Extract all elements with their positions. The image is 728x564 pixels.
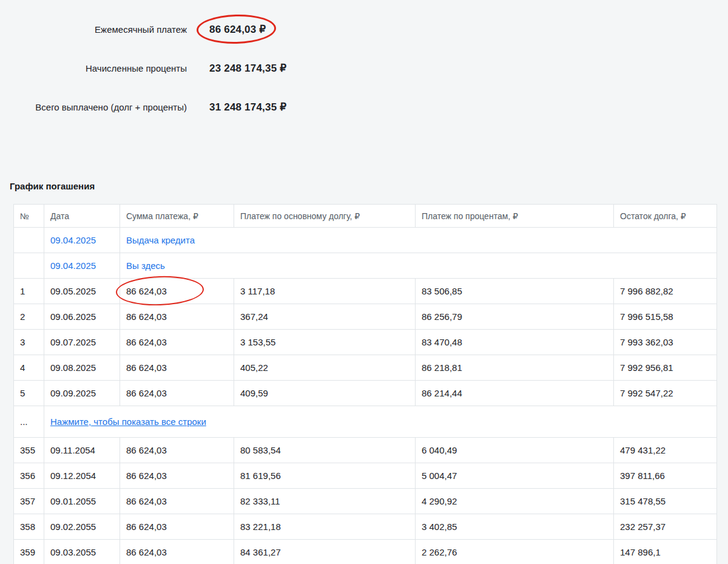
special-label-cell: Вы здесь <box>120 253 717 279</box>
row-interest: 86 256,79 <box>416 304 614 330</box>
row-number: 3 <box>14 330 44 355</box>
row-balance: 7 993 362,03 <box>614 330 717 355</box>
row-payment: 86 624,03 <box>120 330 234 355</box>
annotated-value-wrap: 86 624,03 <box>126 286 167 296</box>
row-number: 358 <box>14 514 44 540</box>
date-link[interactable]: 09.04.2025 <box>50 235 96 245</box>
summary-label-monthly-payment: Ежемесячный платеж <box>9 24 187 35</box>
row-principal: 80 583,54 <box>234 438 416 463</box>
row-balance: 397 811,66 <box>614 463 717 489</box>
column-header-interest: Платеж по процентам, ₽ <box>416 205 614 228</box>
schedule-row: 509.09.202586 624,03409,5986 214,447 992… <box>14 381 717 406</box>
row-balance: 7 992 956,81 <box>614 355 717 381</box>
row-date: 09.05.2025 <box>44 279 120 304</box>
row-date: 09.06.2025 <box>44 304 120 330</box>
schedule-title: График погашения <box>10 181 716 191</box>
schedule-body: 09.04.2025Выдача кредита09.04.2025Вы зде… <box>14 228 717 564</box>
row-number: 2 <box>14 304 44 330</box>
date-link[interactable]: 09.04.2025 <box>50 260 96 271</box>
row-date: 09.01.2055 <box>44 489 120 514</box>
row-payment: 86 624,03 <box>120 438 234 463</box>
row-payment: 86 624,03 <box>120 514 234 540</box>
row-interest: 5 004,47 <box>416 463 614 489</box>
row-number: 357 <box>14 489 44 514</box>
column-header-balance: Остаток долга, ₽ <box>614 205 717 228</box>
row-date-cell: 09.04.2025 <box>44 228 120 253</box>
row-number: 1 <box>14 279 44 304</box>
special-label-cell: Выдача кредита <box>120 228 717 253</box>
schedule-row: 409.08.202586 624,03405,2286 218,817 992… <box>14 355 717 381</box>
summary-section: Ежемесячный платеж 86 624,03 ₽ Начисленн… <box>9 10 716 126</box>
row-date-cell: 09.04.2025 <box>44 253 120 279</box>
row-date: 09.11.2054 <box>44 438 120 463</box>
row-payment: 86 624,03 <box>120 540 234 564</box>
annotated-value-wrap: 86 624,03 ₽ <box>209 23 266 36</box>
show-all-rows-link[interactable]: Нажмите, чтобы показать все строки <box>50 416 206 427</box>
row-payment: 86 624,03 <box>120 355 234 381</box>
row-balance: 147 896,1 <box>614 540 717 564</box>
schedule-special-row: 09.04.2025Вы здесь <box>14 253 717 279</box>
summary-value-total-paid: 31 248 174,35 ₽ <box>209 101 286 113</box>
expand-link-cell: Нажмите, чтобы показать все строки <box>44 406 717 438</box>
column-header-number: № <box>14 205 44 228</box>
row-payment: 86 624,03 <box>120 381 234 406</box>
summary-value-accrued-interest: 23 248 174,35 ₽ <box>209 63 286 74</box>
schedule-row: 35809.02.205586 624,0383 221,183 402,852… <box>14 514 717 540</box>
column-header-principal: Платеж по основному долгу, ₽ <box>234 205 416 228</box>
summary-value-accrued-interest-cell: 23 248 174,35 ₽ <box>209 62 716 75</box>
row-date: 09.02.2055 <box>44 514 120 540</box>
row-interest: 83 506,85 <box>416 279 614 304</box>
row-interest: 86 218,81 <box>416 355 614 381</box>
row-date: 09.12.2054 <box>44 463 120 489</box>
row-balance: 315 478,55 <box>614 489 717 514</box>
row-balance: 7 996 515,58 <box>614 304 717 330</box>
row-interest: 83 470,48 <box>416 330 614 355</box>
schedule-row: 35909.03.205586 624,0384 361,272 262,761… <box>14 540 717 564</box>
schedule-row: 35609.12.205486 624,0381 619,565 004,473… <box>14 463 717 489</box>
row-principal: 409,59 <box>234 381 416 406</box>
column-header-date: Дата <box>44 205 120 228</box>
expand-row: ...Нажмите, чтобы показать все строки <box>14 406 717 438</box>
summary-value-monthly-payment-cell: 86 624,03 ₽ <box>209 23 716 36</box>
row-date: 09.07.2025 <box>44 330 120 355</box>
summary-value-monthly-payment: 86 624,03 ₽ <box>209 24 266 35</box>
row-balance: 7 992 547,22 <box>614 381 717 406</box>
schedule-row: 35509.11.205486 624,0380 583,546 040,494… <box>14 438 717 463</box>
row-number: 355 <box>14 438 44 463</box>
schedule-row: 109.05.202586 624,033 117,1883 506,857 9… <box>14 279 717 304</box>
loan-calculator-page: Ежемесячный платеж 86 624,03 ₽ Начисленн… <box>0 0 728 564</box>
row-number: 5 <box>14 381 44 406</box>
row-interest: 6 040,49 <box>416 438 614 463</box>
row-date: 09.03.2055 <box>44 540 120 564</box>
row-balance: 7 996 882,82 <box>614 279 717 304</box>
schedule-table: № Дата Сумма платежа, ₽ Платеж по основн… <box>13 204 717 564</box>
row-number <box>14 228 44 253</box>
row-interest: 2 262,76 <box>416 540 614 564</box>
row-principal: 82 333,11 <box>234 489 416 514</box>
summary-value-total-paid-cell: 31 248 174,35 ₽ <box>209 101 716 114</box>
row-payment: 86 624,03 <box>120 489 234 514</box>
row-balance: 479 431,22 <box>614 438 717 463</box>
schedule-row: 309.07.202586 624,033 153,5583 470,487 9… <box>14 330 717 355</box>
special-label-link[interactable]: Выдача кредита <box>126 235 195 245</box>
row-principal: 81 619,56 <box>234 463 416 489</box>
special-label-link[interactable]: Вы здесь <box>126 260 165 271</box>
summary-label-accrued-interest: Начисленные проценты <box>9 63 187 73</box>
row-principal: 405,22 <box>234 355 416 381</box>
expand-ellipsis: ... <box>14 406 44 438</box>
row-payment: 86 624,03 <box>120 463 234 489</box>
row-number <box>14 253 44 279</box>
row-principal: 3 117,18 <box>234 279 416 304</box>
row-principal: 84 361,27 <box>234 540 416 564</box>
row-interest: 3 402,85 <box>416 514 614 540</box>
row-principal: 367,24 <box>234 304 416 330</box>
row-principal: 83 221,18 <box>234 514 416 540</box>
column-header-payment: Сумма платежа, ₽ <box>120 205 234 228</box>
schedule-row: 35709.01.205586 624,0382 333,114 290,923… <box>14 489 717 514</box>
row-date: 09.08.2025 <box>44 355 120 381</box>
summary-label-total-paid: Всего выплачено (долг + проценты) <box>9 102 187 112</box>
row-number: 356 <box>14 463 44 489</box>
row-payment: 86 624,03 <box>120 304 234 330</box>
row-interest: 86 214,44 <box>416 381 614 406</box>
row-payment: 86 624,03 <box>120 279 234 304</box>
